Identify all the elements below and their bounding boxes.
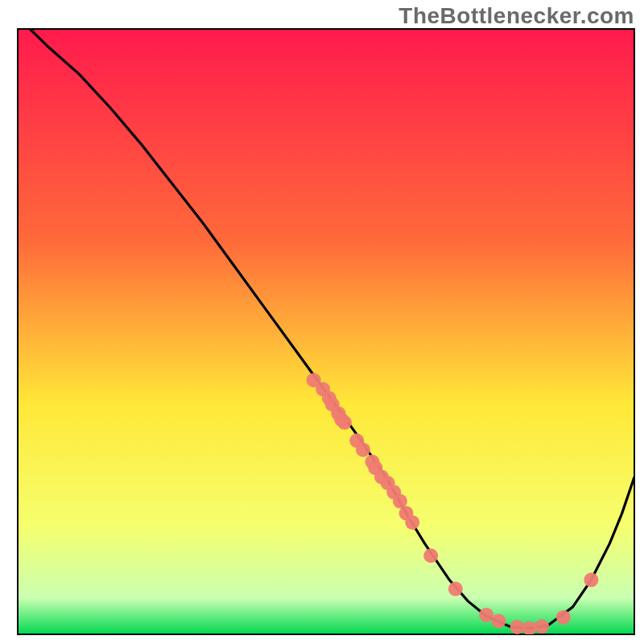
watermark-text: TheBottlenecker.com [398,3,634,29]
chart-container: TheBottlenecker.com [0,0,644,644]
sample-point [510,620,524,634]
sample-point [491,613,506,628]
sample-point [423,548,438,563]
sample-point [448,582,463,597]
sample-point [405,515,419,530]
gradient-background [18,29,634,634]
sample-point [584,572,598,587]
sample-point [535,619,549,634]
sample-point [337,415,352,430]
sample-point [522,621,537,635]
sample-point [556,610,571,625]
sample-point [479,608,493,622]
bottleneck-chart [0,0,644,644]
sample-point [356,443,370,457]
